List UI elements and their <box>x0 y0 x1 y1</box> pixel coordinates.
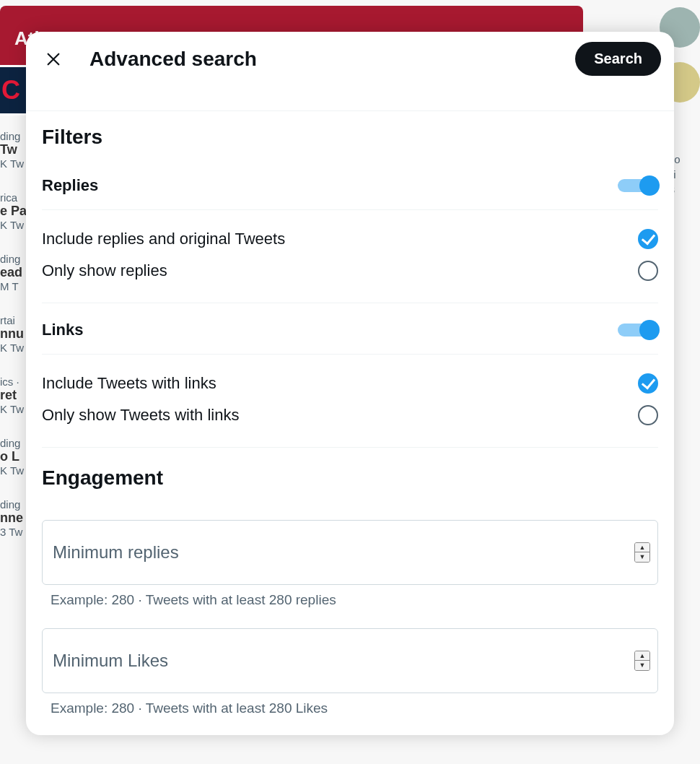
radio-checked-icon[interactable] <box>638 373 658 394</box>
filter-group-links: Links Include Tweets with links Only sho… <box>26 303 674 448</box>
modal-header: Advanced search Search <box>26 32 674 86</box>
filters-heading: Filters <box>26 111 674 166</box>
number-stepper: ▲ ▼ <box>634 651 650 671</box>
links-title: Links <box>42 321 83 339</box>
option-label: Only show Tweets with links <box>42 406 239 425</box>
radio-checked-icon[interactable] <box>638 229 658 249</box>
stepper-up-icon[interactable]: ▲ <box>635 543 649 552</box>
close-icon <box>45 51 61 67</box>
min-likes-placeholder: Minimum Likes <box>53 651 168 671</box>
modal-body: Filters Replies Include replies and orig… <box>26 86 674 735</box>
radio-unchecked-icon[interactable] <box>638 405 658 425</box>
min-likes-input[interactable]: Minimum Likes ▲ ▼ <box>42 628 658 693</box>
min-replies-example: Example: 280 · Tweets with at least 280 … <box>42 585 658 608</box>
replies-option-include[interactable]: Include replies and original Tweets <box>42 223 658 255</box>
min-replies-placeholder: Minimum replies <box>53 542 179 563</box>
engagement-heading: Engagement <box>26 448 674 507</box>
close-button[interactable] <box>39 45 68 74</box>
engagement-section: Minimum replies ▲ ▼ Example: 280 · Tweet… <box>26 520 674 716</box>
stepper-down-icon[interactable]: ▼ <box>635 661 649 670</box>
links-toggle[interactable] <box>618 319 658 341</box>
min-likes-block: Minimum Likes ▲ ▼ Example: 280 · Tweets … <box>42 628 658 716</box>
links-option-only[interactable]: Only show Tweets with links <box>42 399 658 431</box>
toggle-thumb <box>639 175 660 196</box>
modal-overlay: Advanced search Search Filters Replies I… <box>0 0 700 764</box>
modal-title: Advanced search <box>89 48 554 71</box>
min-replies-input[interactable]: Minimum replies ▲ ▼ <box>42 520 658 585</box>
replies-option-only[interactable]: Only show replies <box>42 255 658 287</box>
option-label: Include replies and original Tweets <box>42 230 285 248</box>
number-stepper: ▲ ▼ <box>634 542 650 563</box>
filter-group-replies: Replies Include replies and original Twe… <box>26 166 674 303</box>
min-replies-block: Minimum replies ▲ ▼ Example: 280 · Tweet… <box>42 520 658 608</box>
replies-title: Replies <box>42 176 98 195</box>
links-option-include[interactable]: Include Tweets with links <box>42 368 658 399</box>
replies-toggle[interactable] <box>618 175 658 196</box>
stepper-down-icon[interactable]: ▼ <box>635 552 649 562</box>
option-label: Include Tweets with links <box>42 374 216 393</box>
min-likes-example: Example: 280 · Tweets with at least 280 … <box>42 693 658 716</box>
search-button[interactable]: Search <box>575 42 661 76</box>
radio-unchecked-icon[interactable] <box>638 261 658 281</box>
advanced-search-modal: Advanced search Search Filters Replies I… <box>26 32 674 735</box>
stepper-up-icon[interactable]: ▲ <box>635 651 649 661</box>
toggle-thumb <box>639 320 660 340</box>
option-label: Only show replies <box>42 261 167 280</box>
